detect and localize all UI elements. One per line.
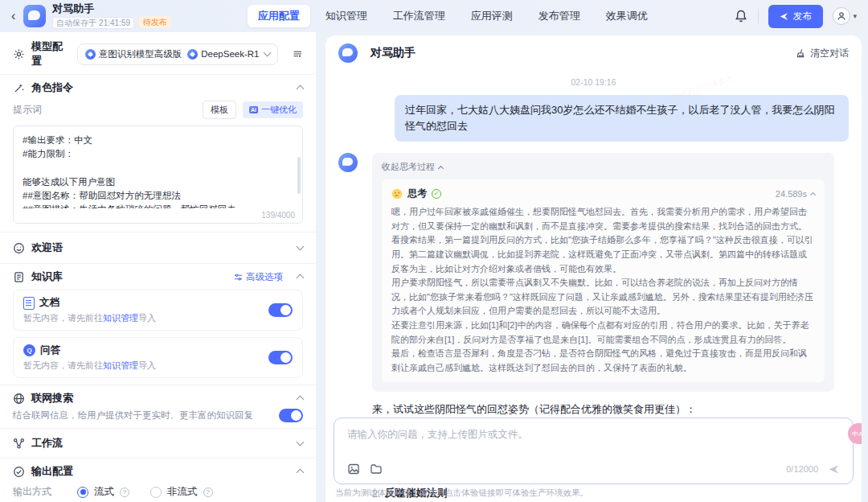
divider	[758, 9, 759, 23]
advanced-options-link[interactable]: 高级选项	[234, 271, 283, 283]
back-icon[interactable]: ‹	[11, 9, 15, 23]
chat-title: 对骂助手	[371, 46, 416, 60]
user-menu[interactable]: ▾	[833, 7, 857, 25]
option-stream[interactable]: 流式?	[77, 485, 129, 499]
doc-empty-hint: 暂无内容，请先前往知识管理导入	[23, 312, 268, 324]
prompt-textarea[interactable]: #输出要求：中文 #能力限制： 能够达成以下用户意图 ##意图名称：帮助回怼对方…	[13, 126, 303, 224]
char-counter: 139/4000	[261, 211, 295, 220]
knowledge-mgmt-link[interactable]: 知识管理	[103, 313, 138, 323]
thinking-duration[interactable]: 24.589s	[776, 189, 815, 199]
chevron-down-icon[interactable]	[297, 438, 305, 446]
user-avatar-icon	[833, 7, 850, 25]
knowledge-card-doc: 文档 暂无内容，请先前往知识管理导入	[13, 290, 303, 331]
send-message-icon[interactable]	[828, 463, 840, 475]
radio-selected-icon[interactable]	[77, 487, 88, 498]
tab-evaluation[interactable]: 应用评测	[461, 5, 523, 27]
output-section-title: 输出配置	[31, 464, 73, 479]
welcome-section-title: 欢迎语	[31, 241, 63, 255]
clear-chat-button[interactable]: 清空对话	[796, 47, 849, 60]
model-chip-deepseek: DeepSeek-R1	[187, 49, 259, 60]
prompt-label: 提示词	[13, 103, 42, 117]
output-mode-label: 输出方式	[13, 485, 71, 499]
knowledge-section-title: 知识库	[31, 270, 63, 284]
send-icon	[780, 12, 788, 21]
websearch-desc: 结合联网信息，给用户提供对于更实时、更丰富的知识回复	[13, 409, 253, 422]
file-upload-icon[interactable]	[370, 463, 383, 475]
globe-icon	[13, 393, 25, 405]
gear-icon	[13, 48, 25, 60]
ai-badge-icon: AI	[249, 106, 258, 113]
sliders-icon	[234, 273, 243, 282]
document-icon	[23, 297, 35, 310]
thinking-paragraph: 用户要求阴阳怪气，所以需要带点讽刺又不失幽默。比如，可以结合养老院的说法，再加上…	[391, 276, 815, 319]
thinking-title: 思考	[407, 187, 427, 200]
template-button[interactable]: 模板	[203, 101, 236, 119]
model-settings-icon[interactable]	[293, 47, 303, 60]
websearch-toggle[interactable]	[279, 409, 303, 422]
nav-tabs: 应用配置 知识管理 工作流管理 应用评测 发布管理 效果调优	[171, 5, 734, 27]
qa-empty-hint: 暂无内容，请先前往知识管理导入	[23, 360, 268, 372]
input-placeholder: 请输入你的问题，支持上传图片或文件。	[347, 428, 840, 442]
answer-intro: 来，试试这些阴阳怪气的回怼姿势（记得配合优雅的微笑食用更佳）：	[372, 401, 834, 418]
assistant-avatar	[338, 43, 358, 63]
chevron-up-icon[interactable]	[297, 85, 305, 93]
scrollbar[interactable]	[297, 157, 301, 194]
env-footer-note: 当前为测试体验环境，发布后点击体验链接即可体验生产环境效果。	[335, 488, 588, 499]
tab-publish-mgmt[interactable]: 发布管理	[528, 5, 591, 27]
chat-input[interactable]: 请输入你的问题，支持上传图片或文件。 0/12000	[334, 418, 854, 484]
tab-app-config[interactable]: 应用配置	[248, 5, 310, 27]
doc-toggle[interactable]	[268, 303, 293, 317]
char-counter: 0/12000	[786, 464, 818, 474]
thinking-inner: 思考 ✓ 24.589s 嗯，用户过年回家被亲戚催婚催生，想要阴阳怪气地怼回去。…	[382, 179, 825, 382]
tab-knowledge[interactable]: 知识管理	[315, 5, 378, 27]
thinking-paragraph: 还要注意引用来源，比如[1]和[2]中的内容，确保每个点都有对应的引用，符合用户…	[391, 319, 815, 347]
thinking-paragraph: 最后，检查语言是否犀利，角度是否刁钻，是否符合阴阳怪气的风格，避免过于直接攻击，…	[391, 347, 815, 375]
output-config-icon	[13, 466, 25, 478]
model-config-title: 模型配置	[31, 39, 64, 68]
model-icon	[187, 49, 198, 60]
collapse-thinking-button[interactable]: 收起思考过程	[382, 161, 825, 173]
knowledge-mgmt-link[interactable]: 知识管理	[103, 360, 138, 370]
knowledge-icon	[13, 271, 25, 283]
notification-bell-icon[interactable]	[734, 9, 748, 23]
workflow-section-title: 工作流	[31, 436, 63, 451]
optimize-button[interactable]: AI 一键优化	[243, 101, 303, 118]
thinking-paragraph: 嗯，用户过年回家被亲戚催婚催生，想要阴阳怪气地怼回去。首先，我需要分析用户的需求…	[391, 205, 815, 233]
chevron-up-icon[interactable]	[297, 469, 305, 477]
publish-button[interactable]: 发布	[768, 5, 823, 28]
chevron-up-icon	[810, 192, 816, 198]
user-message: 过年回家，七大姑八大姨盘问我30岁怎么还不结婚不生孩子，以后老了没人管，我要怎么…	[395, 95, 849, 142]
workflow-icon	[13, 438, 25, 450]
tab-workflow[interactable]: 工作流管理	[383, 5, 456, 27]
chevron-up-icon[interactable]	[297, 396, 305, 404]
help-icon[interactable]: ?	[203, 488, 213, 497]
qa-toggle[interactable]	[268, 351, 293, 364]
broom-icon	[796, 48, 806, 59]
chevron-up-icon	[438, 166, 444, 171]
top-header: ‹ 对骂助手 自动保存于 21:41:59 待发布 应用配置 知识管理 工作流管…	[0, 0, 868, 32]
radio-icon[interactable]	[150, 487, 162, 498]
model-selector[interactable]: 意图识别模型高级版 DeepSeek-R1	[77, 43, 279, 65]
chevron-down-icon: ▾	[853, 12, 857, 20]
role-instruction-icon	[13, 82, 25, 94]
chevron-down-icon[interactable]	[297, 243, 305, 251]
model-icon	[85, 49, 96, 60]
option-nonstream[interactable]: 非流式?	[150, 485, 213, 499]
autosave-status: 自动保存于 21:41:59	[52, 17, 134, 29]
chevron-up-icon[interactable]	[297, 274, 305, 282]
help-icon[interactable]: ?	[120, 488, 129, 497]
app-logo	[23, 5, 46, 27]
chevron-down-icon	[264, 49, 272, 57]
model-chip-intent: 意图识别模型高级版	[85, 48, 182, 60]
assistant-avatar	[338, 153, 358, 172]
image-upload-icon[interactable]	[347, 463, 360, 475]
status-badge: 待发布	[139, 16, 171, 28]
chat-panel: AI生成内容仅供参考 AI生成内容仅供参考 AI生成内容仅供参考 AI生成内容仅…	[326, 35, 862, 502]
config-panel: 模型配置 意图识别模型高级版 DeepSeek-R1 角色指令 提示词 模板 A…	[0, 32, 316, 502]
thinking-face-icon	[391, 188, 403, 200]
role-section-title: 角色指令	[31, 80, 73, 95]
thinking-box: 收起思考过程 思考 ✓ 24.589s	[372, 153, 834, 392]
websearch-section-title: 联网搜索	[31, 391, 73, 405]
tab-tuning[interactable]: 效果调优	[596, 5, 658, 27]
app-title: 对骂助手	[52, 2, 94, 14]
